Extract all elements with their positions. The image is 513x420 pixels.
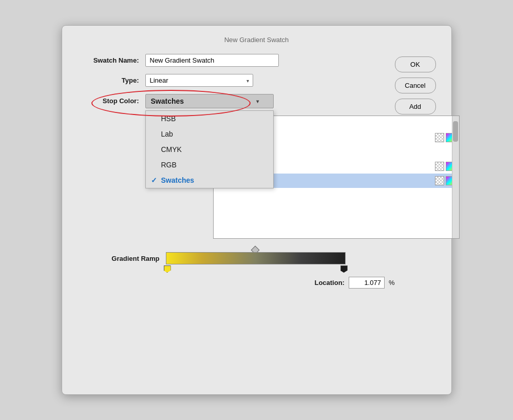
type-select[interactable]: Linear Radial bbox=[145, 74, 253, 87]
dropdown-item-rgb[interactable]: RGB bbox=[146, 157, 273, 173]
type-select-wrapper: Linear Radial ▾ bbox=[145, 74, 253, 87]
right-buttons: OK Cancel Add bbox=[395, 56, 436, 114]
gradient-ramp-bar[interactable] bbox=[166, 252, 346, 264]
gradient-stop-right[interactable] bbox=[340, 265, 348, 273]
stop-color-select[interactable]: Swatches ▾ bbox=[145, 94, 274, 108]
stop-color-dropdown: HSB Lab CMYK RGB Swatches bbox=[145, 110, 274, 188]
location-input[interactable] bbox=[349, 277, 385, 289]
gradient-ramp-row: Gradient Ramp bbox=[103, 252, 436, 264]
scrollbar-thumb[interactable] bbox=[453, 121, 458, 142]
gradient-stop-left[interactable] bbox=[164, 265, 171, 273]
swatch-grid-icon-black bbox=[435, 133, 444, 142]
swatch-name-row: Swatch Name: bbox=[78, 54, 436, 67]
gradient-ramp-section: Gradient Ramp bbox=[103, 252, 436, 264]
swatch-name-input[interactable] bbox=[145, 54, 279, 67]
new-gradient-swatch-dialog: New Gradient Swatch Swatch Name: Type: L… bbox=[62, 25, 452, 395]
dropdown-item-cmyk[interactable]: CMYK bbox=[146, 142, 273, 157]
stop-color-value: Swatches bbox=[151, 97, 184, 105]
location-label: Location: bbox=[314, 279, 345, 287]
swatch-name-label: Swatch Name: bbox=[78, 56, 139, 64]
add-button[interactable]: Add bbox=[395, 99, 436, 114]
stop-color-row: Stop Color: Swatches ▾ HSB Lab CMYK bbox=[78, 94, 436, 108]
type-row: Type: Linear Radial ▾ bbox=[78, 74, 436, 87]
type-label: Type: bbox=[78, 77, 139, 84]
scrollbar-track[interactable] bbox=[452, 116, 459, 238]
stop-color-control: Swatches ▾ HSB Lab CMYK RGB Swatches bbox=[145, 94, 274, 108]
dropdown-item-hsb[interactable]: HSB bbox=[146, 111, 273, 126]
swatch-grid-icon-processc bbox=[435, 162, 444, 171]
dialog-title: New Gradient Swatch bbox=[78, 36, 436, 44]
location-row: Location: % bbox=[108, 277, 395, 289]
gradient-ramp-container[interactable] bbox=[166, 252, 346, 264]
gradient-ramp-label: Gradient Ramp bbox=[103, 255, 160, 262]
cancel-button[interactable]: Cancel bbox=[395, 78, 436, 93]
stop-color-arrow-icon: ▾ bbox=[256, 99, 259, 104]
ok-button[interactable]: OK bbox=[395, 56, 436, 72]
location-percent: % bbox=[389, 279, 395, 287]
swatch-grid-icon-processy bbox=[435, 176, 444, 185]
stop-color-label: Stop Color: bbox=[78, 97, 139, 105]
dropdown-item-swatches[interactable]: Swatches bbox=[146, 173, 273, 188]
dropdown-item-lab[interactable]: Lab bbox=[146, 126, 273, 142]
